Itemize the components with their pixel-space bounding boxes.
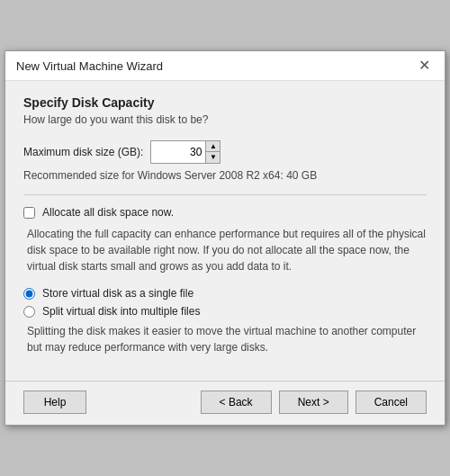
help-button[interactable]: Help xyxy=(23,391,86,414)
allocate-info-text: Allocating the full capacity can enhance… xyxy=(23,226,427,274)
back-button[interactable]: < Back xyxy=(201,391,272,414)
recommended-text: Recommended size for Windows Server 2008… xyxy=(23,169,427,182)
title-bar: New Virtual Machine Wizard ✕ xyxy=(5,51,445,81)
disk-size-label: Maximum disk size (GB): xyxy=(23,146,143,158)
divider xyxy=(23,194,427,195)
section-title: Specify Disk Capacity xyxy=(23,95,427,110)
disk-size-input-wrap: ▲ ▼ xyxy=(150,140,220,164)
single-file-radio-row[interactable]: Store virtual disk as a single file xyxy=(23,287,427,300)
split-info-text: Splitting the disk makes it easier to mo… xyxy=(27,323,427,355)
next-button[interactable]: Next > xyxy=(279,391,348,414)
section-subtitle: How large do you want this disk to be? xyxy=(23,113,427,126)
footer-right: < Back Next > Cancel xyxy=(201,391,427,414)
dialog-window: New Virtual Machine Wizard ✕ Specify Dis… xyxy=(4,50,446,426)
footer-left: Help xyxy=(23,391,86,414)
single-file-radio[interactable] xyxy=(23,288,35,300)
spinner-up-button[interactable]: ▲ xyxy=(205,141,220,152)
spinner-down-button[interactable]: ▼ xyxy=(205,152,220,163)
close-button[interactable]: ✕ xyxy=(415,58,434,73)
multiple-files-label[interactable]: Split virtual disk into multiple files xyxy=(42,305,200,318)
title-bar-left: New Virtual Machine Wizard xyxy=(16,59,163,73)
dialog-content: Specify Disk Capacity How large do you w… xyxy=(5,81,445,373)
allocate-checkbox[interactable] xyxy=(23,207,35,219)
multiple-files-radio-row[interactable]: Split virtual disk into multiple files xyxy=(23,305,427,318)
cancel-button[interactable]: Cancel xyxy=(356,391,427,414)
allocate-checkbox-label[interactable]: Allocate all disk space now. xyxy=(42,206,174,219)
disk-size-spinner: ▲ ▼ xyxy=(205,141,220,163)
single-file-label[interactable]: Store virtual disk as a single file xyxy=(42,287,194,300)
allocate-checkbox-row: Allocate all disk space now. xyxy=(23,206,427,219)
dialog-title: New Virtual Machine Wizard xyxy=(16,59,163,73)
multiple-files-radio[interactable] xyxy=(23,306,35,318)
storage-radio-group: Store virtual disk as a single file Spli… xyxy=(23,287,427,355)
disk-size-row: Maximum disk size (GB): ▲ ▼ xyxy=(23,140,427,164)
dialog-footer: Help < Back Next > Cancel xyxy=(5,381,445,425)
disk-size-input[interactable] xyxy=(151,144,205,160)
